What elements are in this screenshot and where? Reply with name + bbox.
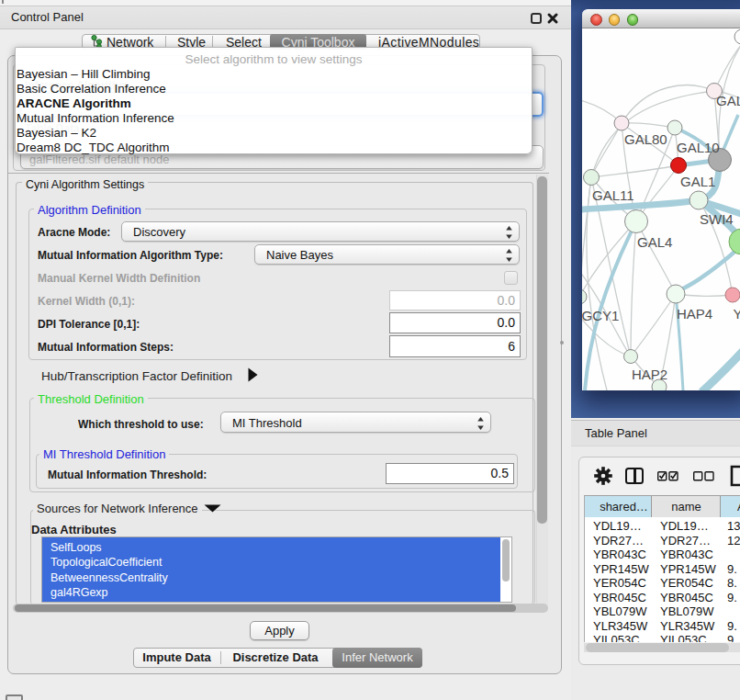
- svg-text:Y: Y: [734, 306, 740, 322]
- svg-text:HAP2: HAP2: [632, 367, 667, 382]
- svg-text:GAL10: GAL10: [677, 140, 720, 155]
- svg-text:HAP4: HAP4: [677, 306, 712, 322]
- svg-text:GAL1: GAL1: [680, 174, 715, 189]
- svg-text:GAL80: GAL80: [624, 131, 667, 147]
- svg-text:GCY1: GCY1: [582, 308, 619, 323]
- svg-text:GAL11: GAL11: [592, 187, 634, 203]
- svg-text:SWI4: SWI4: [700, 211, 734, 227]
- svg-text:GAL4: GAL4: [637, 234, 672, 250]
- svg-text:GAL2: GAL2: [716, 93, 740, 108]
